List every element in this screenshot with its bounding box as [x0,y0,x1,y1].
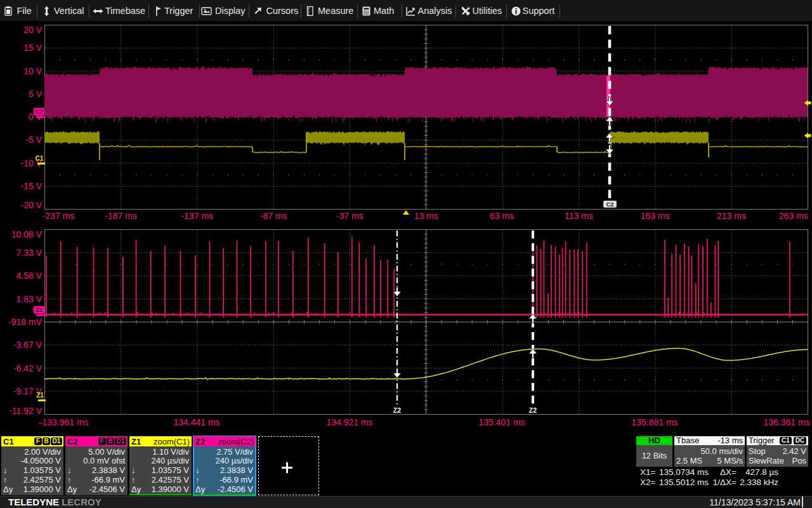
svg-text:C2: C2 [606,201,613,208]
svg-text:Z2: Z2 [393,406,401,414]
svg-text:Z2: Z2 [529,406,537,414]
